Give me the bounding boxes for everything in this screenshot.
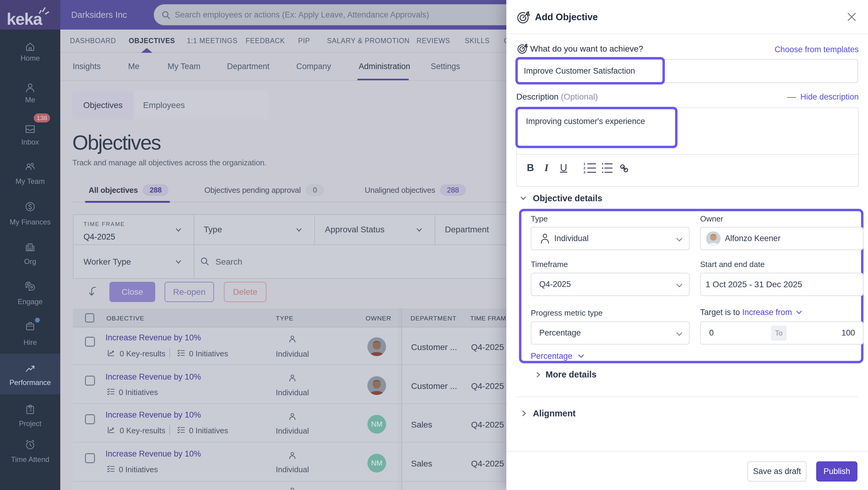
svg-text:1: 1 xyxy=(584,162,585,166)
svg-text:3: 3 xyxy=(584,171,585,174)
svg-text:2: 2 xyxy=(584,166,585,170)
